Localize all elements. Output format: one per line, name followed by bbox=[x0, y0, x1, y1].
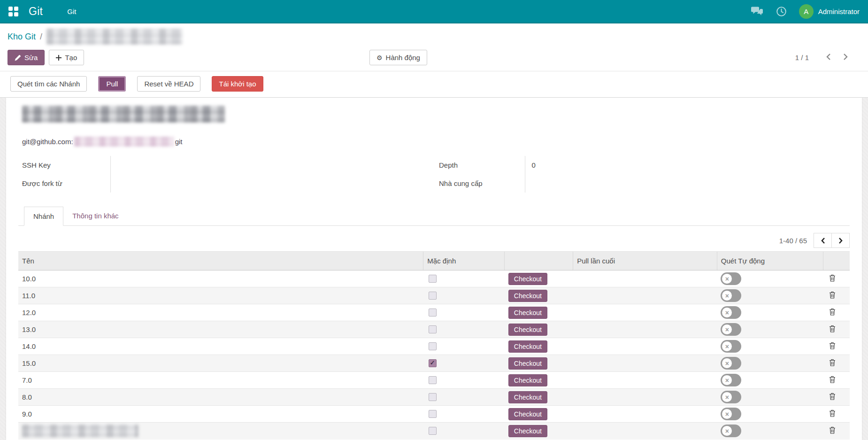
auto-scan-toggle-off-icon[interactable]: × bbox=[721, 289, 741, 302]
auto-scan-toggle-off-icon[interactable]: × bbox=[721, 272, 741, 285]
column-header-last-pull[interactable]: Pull lần cuối bbox=[573, 252, 717, 270]
default-checkbox[interactable] bbox=[429, 376, 437, 384]
checkout-button[interactable]: Checkout bbox=[508, 273, 547, 285]
create-button-label: Tạo bbox=[65, 54, 77, 62]
branch-row[interactable]: 7.0 Checkout × bbox=[18, 372, 850, 389]
auto-scan-toggle-off-icon[interactable]: × bbox=[721, 340, 741, 353]
breadcrumb-root-link[interactable]: Kho Git bbox=[8, 32, 36, 42]
tab-branches[interactable]: Nhánh bbox=[24, 207, 63, 226]
reinitialize-button[interactable]: Tái khởi tạo bbox=[212, 76, 263, 92]
default-checkbox[interactable] bbox=[429, 342, 437, 350]
create-button[interactable]: Tạo bbox=[49, 50, 84, 65]
activity-clock-icon[interactable] bbox=[776, 6, 787, 17]
checkout-button[interactable]: Checkout bbox=[508, 307, 547, 319]
checkout-button[interactable]: Checkout bbox=[508, 391, 547, 403]
branch-row[interactable]: 12.0 Checkout × bbox=[18, 304, 850, 321]
control-buttons-row: Sửa Tạo ⚙ Hành động 1 / 1 bbox=[8, 45, 860, 71]
delete-row-button[interactable] bbox=[827, 324, 837, 335]
default-checkbox[interactable] bbox=[429, 427, 437, 435]
list-pager-next-button[interactable] bbox=[831, 233, 850, 248]
chat-icon[interactable] bbox=[751, 6, 764, 16]
scan-branches-button[interactable]: Quét tìm các Nhánh bbox=[10, 76, 87, 92]
delete-row-button[interactable] bbox=[827, 409, 837, 419]
redacted-repo-title bbox=[22, 106, 225, 123]
record-pager-previous-button[interactable] bbox=[822, 51, 835, 64]
apps-grid-icon[interactable] bbox=[8, 7, 18, 16]
column-header-default[interactable]: Mặc định bbox=[423, 252, 505, 270]
repo-url: git@github.com: git bbox=[18, 137, 850, 147]
branches-header-row: Tên Mặc định Pull lần cuối Quét Tự động bbox=[18, 252, 850, 270]
field-label-forked-from: Được fork từ bbox=[18, 174, 110, 193]
branch-row[interactable]: 8.0 Checkout × bbox=[18, 389, 850, 406]
delete-row-button[interactable] bbox=[827, 273, 837, 284]
record-pager-next-button[interactable] bbox=[839, 51, 852, 64]
chevron-right-icon bbox=[838, 237, 843, 244]
default-checkbox[interactable] bbox=[429, 410, 437, 418]
avatar: A bbox=[799, 4, 814, 19]
branch-row[interactable]: 15.0 Checkout × bbox=[18, 355, 850, 372]
delete-row-button[interactable] bbox=[827, 425, 837, 436]
branch-row[interactable]: 14.0 Checkout × bbox=[18, 338, 850, 355]
branch-row[interactable]: 13.0 Checkout × bbox=[18, 321, 850, 338]
default-checkbox[interactable] bbox=[429, 359, 437, 367]
default-checkbox[interactable] bbox=[429, 325, 437, 333]
user-name: Administrator bbox=[818, 8, 860, 15]
branch-row[interactable]: Checkout × bbox=[18, 423, 850, 440]
auto-scan-toggle-off-icon[interactable]: × bbox=[721, 374, 741, 386]
delete-row-button[interactable] bbox=[827, 341, 837, 352]
reset-head-button[interactable]: Reset về HEAD bbox=[137, 76, 200, 92]
edit-button-label: Sửa bbox=[24, 54, 38, 62]
branch-name: 9.0 bbox=[22, 410, 32, 418]
checkout-button[interactable]: Checkout bbox=[508, 357, 547, 370]
auto-scan-toggle-off-icon[interactable]: × bbox=[721, 323, 741, 336]
checkout-button[interactable]: Checkout bbox=[508, 290, 547, 302]
repo-url-prefix: git@github.com: bbox=[22, 138, 73, 146]
top-menu-git[interactable]: Git bbox=[67, 8, 76, 15]
trash-icon bbox=[829, 426, 836, 434]
default-checkbox[interactable] bbox=[429, 393, 437, 401]
delete-row-button[interactable] bbox=[827, 358, 837, 369]
auto-scan-toggle-off-icon[interactable]: × bbox=[721, 306, 741, 319]
checkout-button[interactable]: Checkout bbox=[508, 340, 547, 353]
auto-scan-toggle-off-icon[interactable]: × bbox=[721, 425, 741, 437]
breadcrumb: Kho Git / bbox=[8, 28, 860, 45]
default-checkbox[interactable] bbox=[429, 309, 437, 316]
default-checkbox[interactable] bbox=[429, 275, 437, 283]
field-value-forked-from[interactable] bbox=[110, 174, 307, 193]
trash-icon bbox=[829, 393, 836, 400]
auto-scan-toggle-off-icon[interactable]: × bbox=[721, 391, 741, 403]
user-menu[interactable]: A Administrator bbox=[799, 4, 860, 19]
auto-scan-toggle-off-icon[interactable]: × bbox=[721, 357, 741, 370]
edit-button[interactable]: Sửa bbox=[8, 50, 45, 65]
default-checkbox[interactable] bbox=[429, 292, 437, 300]
auto-scan-toggle-off-icon[interactable]: × bbox=[721, 408, 741, 420]
field-value-ssh-key[interactable] bbox=[110, 156, 307, 174]
delete-row-button[interactable] bbox=[827, 307, 837, 318]
form-sheet: git@github.com: git SSH Key Được fork từ bbox=[6, 98, 862, 440]
column-header-auto-scan[interactable]: Quét Tự động bbox=[717, 252, 823, 270]
delete-row-button[interactable] bbox=[827, 290, 837, 301]
branch-row[interactable]: 11.0 Checkout × bbox=[18, 287, 850, 304]
pull-button[interactable]: Pull bbox=[98, 76, 126, 92]
action-menu-button[interactable]: ⚙ Hành động bbox=[369, 50, 427, 65]
field-value-depth[interactable]: 0 bbox=[525, 156, 722, 174]
field-value-provider[interactable] bbox=[525, 174, 722, 193]
list-pager-previous-button[interactable] bbox=[814, 233, 832, 248]
delete-row-button[interactable] bbox=[827, 392, 837, 402]
checkout-button[interactable]: Checkout bbox=[508, 408, 547, 420]
field-label-ssh-key: SSH Key bbox=[18, 156, 110, 174]
column-header-name[interactable]: Tên bbox=[18, 252, 423, 270]
branch-row[interactable]: 9.0 Checkout × bbox=[18, 406, 850, 423]
delete-row-button[interactable] bbox=[827, 375, 837, 386]
branch-name: 12.0 bbox=[22, 309, 36, 316]
checkout-button[interactable]: Checkout bbox=[508, 425, 547, 437]
form-action-bar: Quét tìm các Nhánh Pull Reset về HEAD Tá… bbox=[0, 71, 868, 98]
tab-other-info[interactable]: Thông tin khác bbox=[63, 207, 127, 226]
checkout-button[interactable]: Checkout bbox=[508, 324, 547, 336]
branch-row[interactable]: 10.0 Checkout × bbox=[18, 270, 850, 287]
checkout-button[interactable]: Checkout bbox=[508, 374, 547, 386]
trash-icon bbox=[829, 409, 836, 417]
list-pager-range: 1-40 / 65 bbox=[779, 237, 807, 245]
branches-table: Tên Mặc định Pull lần cuối Quét Tự động … bbox=[18, 251, 850, 440]
app-brand[interactable]: Git bbox=[29, 5, 43, 18]
